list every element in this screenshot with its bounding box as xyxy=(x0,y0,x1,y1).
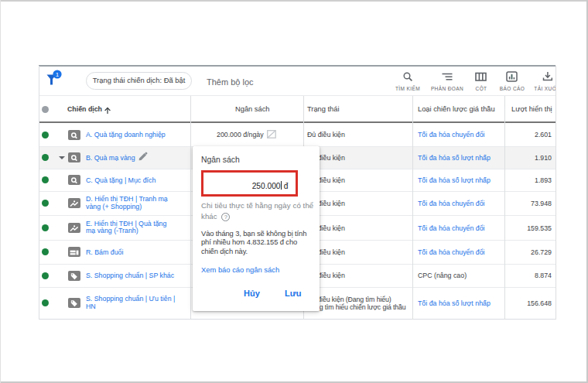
svg-text:1: 1 xyxy=(56,71,60,78)
